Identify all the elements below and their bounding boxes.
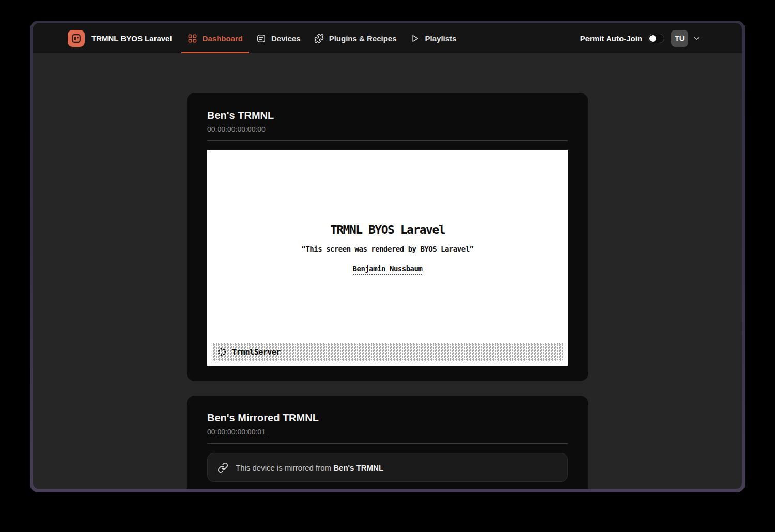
navbar: TRMNL BYOS Laravel Dashboard bbox=[33, 23, 742, 53]
spinner-icon bbox=[217, 347, 227, 357]
tab-devices[interactable]: Devices bbox=[250, 23, 307, 53]
device-card-bens-mirrored-trmnl: Ben's Mirrored TRMNL 00:00:00:00:00:01 T… bbox=[187, 396, 588, 489]
permit-auto-join-toggle[interactable] bbox=[648, 34, 664, 43]
device-card-bens-trmnl: Ben's TRMNL 00:00:00:00:00:00 TRMNL BYOS… bbox=[187, 93, 588, 381]
app-window-inner: TRMNL BYOS Laravel Dashboard bbox=[33, 23, 742, 489]
divider bbox=[207, 140, 568, 141]
tab-plugins-recipes[interactable]: Plugins & Recipes bbox=[307, 23, 404, 53]
device-screen-preview: TRMNL BYOS Laravel “This screen was rend… bbox=[207, 150, 568, 366]
mirror-notice-text: This device is mirrored from Ben's TRMNL bbox=[236, 463, 383, 472]
mirror-notice: This device is mirrored from Ben's TRMNL bbox=[207, 453, 568, 482]
divider bbox=[207, 443, 568, 444]
device-name: Ben's TRMNL bbox=[207, 108, 568, 122]
link-icon bbox=[218, 462, 228, 473]
tab-label: Playlists bbox=[425, 34, 457, 43]
play-icon bbox=[410, 34, 420, 43]
tab-dashboard[interactable]: Dashboard bbox=[181, 23, 250, 53]
screen-status-bar: TrmnlServer bbox=[212, 343, 563, 361]
device-mac-address: 00:00:00:00:00:00 bbox=[207, 125, 568, 134]
mirror-notice-prefix: This device is mirrored from bbox=[236, 463, 333, 472]
tab-label: Devices bbox=[271, 34, 301, 43]
panel-lines-icon bbox=[256, 34, 266, 43]
device-mac-address: 00:00:00:00:00:01 bbox=[207, 428, 568, 436]
status-plugin-label: TrmnlServer bbox=[232, 348, 281, 357]
screen-author-link: Benjamin Nussbaum bbox=[353, 264, 423, 275]
mirror-source-device: Ben's TRMNL bbox=[333, 463, 383, 472]
screen-title: TRMNL BYOS Laravel bbox=[207, 223, 568, 237]
puzzle-icon bbox=[314, 34, 324, 43]
trmnl-device-icon bbox=[71, 33, 82, 44]
nav-tabs: Dashboard Devices bbox=[181, 23, 463, 53]
tab-playlists[interactable]: Playlists bbox=[404, 23, 463, 53]
dashboard-page: Ben's TRMNL 00:00:00:00:00:00 TRMNL BYOS… bbox=[33, 53, 742, 489]
chevron-down-icon[interactable] bbox=[693, 35, 701, 42]
grid-icon bbox=[188, 34, 197, 43]
screen-quote: “This screen was rendered by BYOS Larave… bbox=[207, 245, 568, 254]
screen-author-row: Benjamin Nussbaum bbox=[207, 263, 568, 275]
app-logo[interactable] bbox=[68, 30, 85, 47]
navbar-right: Permit Auto-Join TU bbox=[580, 30, 701, 47]
device-name: Ben's Mirrored TRMNL bbox=[207, 411, 568, 425]
tab-label: Dashboard bbox=[203, 34, 243, 43]
app-window: TRMNL BYOS Laravel Dashboard bbox=[30, 21, 745, 492]
permit-auto-join-label: Permit Auto-Join bbox=[580, 34, 642, 43]
app-title: TRMNL BYOS Laravel bbox=[91, 34, 172, 43]
tab-label: Plugins & Recipes bbox=[329, 34, 397, 43]
user-avatar[interactable]: TU bbox=[671, 30, 688, 47]
toggle-knob bbox=[649, 35, 656, 42]
